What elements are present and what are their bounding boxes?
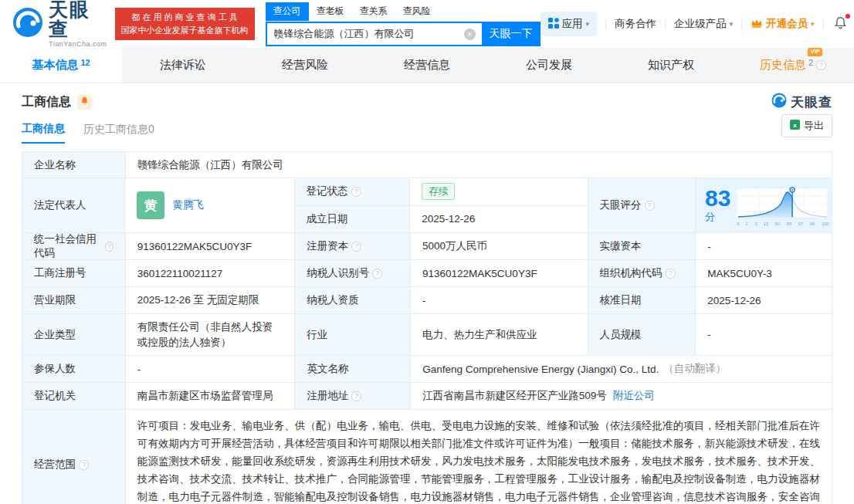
field-label-score: 天眼评分 ? xyxy=(588,178,696,232)
score-cell: 83分 xyxy=(696,178,832,232)
field-label-text: 天眼评分 xyxy=(600,198,642,212)
apps-menu[interactable]: 应用 ▾ xyxy=(541,12,598,36)
field-value-taxpayer-id: 91360122MAK5CU0Y3F xyxy=(411,260,588,286)
divider xyxy=(665,19,666,29)
legal-rep-avatar[interactable]: 黄 xyxy=(137,191,164,219)
field-label-company-name: 企业名称 xyxy=(22,152,126,178)
bell-icon xyxy=(80,95,89,109)
chart-tick: 15 xyxy=(763,221,768,225)
enterprise-products-menu[interactable]: 企业级产品 ▾ xyxy=(674,17,733,31)
help-icon[interactable]: ? xyxy=(79,460,89,470)
field-value-company-name: 赣锋综合能源（江西）有限公司 xyxy=(126,152,832,178)
business-info-table: 企业名称 赣锋综合能源（江西）有限公司 法定代表人 黄 黄腾飞 登记状态 ? xyxy=(22,151,832,504)
legal-rep-link[interactable]: 黄腾飞 xyxy=(172,198,204,212)
field-label-credit-code: 统一社会信用代码 ? xyxy=(22,233,126,259)
notifications-button[interactable] xyxy=(832,16,849,32)
crown-icon xyxy=(751,18,763,30)
help-icon[interactable]: ? xyxy=(105,242,114,252)
nav-tab-label: 经营信息 xyxy=(404,58,450,73)
top-menu: 应用 ▾ 商务合作 企业级产品 ▾ 开通会员 ▾ xyxy=(541,12,854,36)
search-tab-risk[interactable]: 查风险 xyxy=(395,2,439,21)
brand-domain: TianYanCha.com xyxy=(49,41,107,48)
monitor-bell-button[interactable] xyxy=(77,95,92,110)
apps-menu-label: 应用 xyxy=(562,17,583,31)
field-label-taxpayer-id: 纳税人识别号 ? xyxy=(295,260,411,286)
subtab-history-business-info[interactable]: 历史工商信息0 xyxy=(83,123,154,143)
field-value-org-code: MAK5CU0Y-3 xyxy=(696,260,832,286)
field-label-reg-capital: 注册资本 ? xyxy=(295,233,411,259)
field-label-text: 经营范围 xyxy=(34,458,76,472)
help-icon[interactable]: ? xyxy=(351,391,361,401)
help-icon[interactable]: ? xyxy=(645,201,655,211)
field-value-reg-capital: 5000万人民币 xyxy=(411,233,588,259)
field-label-legal-rep: 法定代表人 xyxy=(22,178,125,232)
chevron-down-icon: ▾ xyxy=(730,20,734,28)
nav-tab-legal[interactable]: 法律诉讼 xyxy=(122,48,244,83)
chart-tick: 50 xyxy=(774,221,779,225)
nav-tab-company-development[interactable]: 公司发展 xyxy=(488,48,610,83)
nav-tab-label: 知识产权 xyxy=(648,58,694,73)
watermark-logo-icon xyxy=(771,93,787,111)
nearby-companies-link[interactable]: 附近公司 xyxy=(613,389,655,403)
biz-cooperation-link[interactable]: 商务合作 xyxy=(615,17,656,31)
nav-tab-history-info[interactable]: 历史信息 2 VIP ? xyxy=(732,48,854,83)
reg-address-text: 江西省南昌市新建区经开区产业路509号 xyxy=(422,389,607,403)
search-tab-company[interactable]: 查公司 xyxy=(266,2,309,21)
nav-tab-label: 经营风险 xyxy=(282,58,328,73)
export-button[interactable]: x 导出 xyxy=(781,114,832,137)
search-tab-boss[interactable]: 查老板 xyxy=(309,2,352,21)
help-icon[interactable]: ? xyxy=(816,60,826,70)
business-info-section: 工商信息 天眼查 xyxy=(0,83,854,504)
nav-tab-count: 2 xyxy=(808,58,813,67)
vip-upgrade-link[interactable]: 开通会员 ▾ xyxy=(751,17,815,31)
chart-x-axis: 0 1 3 15 50 85 97 99 100 xyxy=(737,221,829,226)
bell-icon xyxy=(834,16,847,32)
field-value-credit-code: 91360122MAK5CU0Y3F xyxy=(126,233,296,259)
brand-logo-icon xyxy=(12,7,43,41)
field-label-reg-authority: 登记机关 xyxy=(22,383,126,409)
nav-tab-count: 12 xyxy=(80,58,90,67)
nav-tab-operation-info[interactable]: 经营信息 xyxy=(366,48,488,83)
nav-tab-basic-info[interactable]: 基本信息 12 xyxy=(0,48,122,83)
export-label: 导出 xyxy=(804,119,824,133)
vip-badge: VIP xyxy=(808,48,822,56)
search-button[interactable]: 天眼一下 xyxy=(482,22,541,46)
status-badge: 存续 xyxy=(422,183,455,200)
field-label-org-code: 组织机构代码 ? xyxy=(588,260,696,286)
field-label-insured-count: 参保人数 xyxy=(22,356,126,382)
help-icon[interactable]: ? xyxy=(351,187,361,197)
help-icon[interactable]: ? xyxy=(372,269,382,279)
help-icon[interactable]: ? xyxy=(351,242,361,252)
field-label-reg-status: 登记状态 ? xyxy=(295,178,411,205)
field-label-business-scope: 经营范围 ? xyxy=(22,410,126,504)
nav-tab-operation-risk[interactable]: 经营风险 xyxy=(244,48,366,83)
slogan-line-1: 都 在 用 的 商 业 查 询 工 具 xyxy=(121,11,249,24)
field-label-company-type: 企业类型 xyxy=(22,314,126,355)
help-icon[interactable]: ? xyxy=(666,269,676,279)
field-label-taxpayer-quality: 纳税人资质 xyxy=(295,287,411,313)
field-label-text: 组织机构代码 xyxy=(600,266,663,280)
field-label-paid-capital: 实缴资本 xyxy=(588,233,696,259)
field-value-paid-capital: - xyxy=(696,233,832,259)
field-value-approval-date: 2025-12-26 xyxy=(696,287,832,313)
subtab-business-info[interactable]: 工商信息 xyxy=(22,122,65,144)
slogan-line-2: 国家中小企业发展子基金旗下机构 xyxy=(121,24,249,37)
brand-logo[interactable]: 天眼查 TianYanCha.com xyxy=(12,0,107,48)
excel-icon: x xyxy=(790,120,800,132)
main-nav: 基本信息 12 法律诉讼 经营风险 经营信息 公司发展 知识产权 历史信息 2 … xyxy=(0,48,854,83)
field-value-industry: 电力、热力生产和供应业 xyxy=(411,314,588,355)
search-tab-relation[interactable]: 查关系 xyxy=(352,2,395,21)
field-value-company-type: 有限责任公司（非自然人投资或控股的法人独资） xyxy=(126,314,296,355)
field-value-insured-count: - xyxy=(126,356,296,382)
apps-grid-icon xyxy=(548,18,559,31)
field-label-business-term: 营业期限 xyxy=(22,287,126,313)
tianyancha-watermark: 天眼查 xyxy=(771,93,832,111)
field-label-approval-date: 核准日期 xyxy=(588,287,696,313)
field-label-text: 登记状态 xyxy=(307,184,348,198)
nav-tab-label: 历史信息 xyxy=(760,58,806,73)
nav-tab-intellectual-property[interactable]: 知识产权 xyxy=(610,48,732,83)
field-label-text: 注册资本 xyxy=(307,239,348,253)
clear-search-icon[interactable]: × xyxy=(464,29,476,40)
search-input[interactable] xyxy=(266,22,482,46)
field-value-reg-number: 360122110021127 xyxy=(126,260,296,286)
